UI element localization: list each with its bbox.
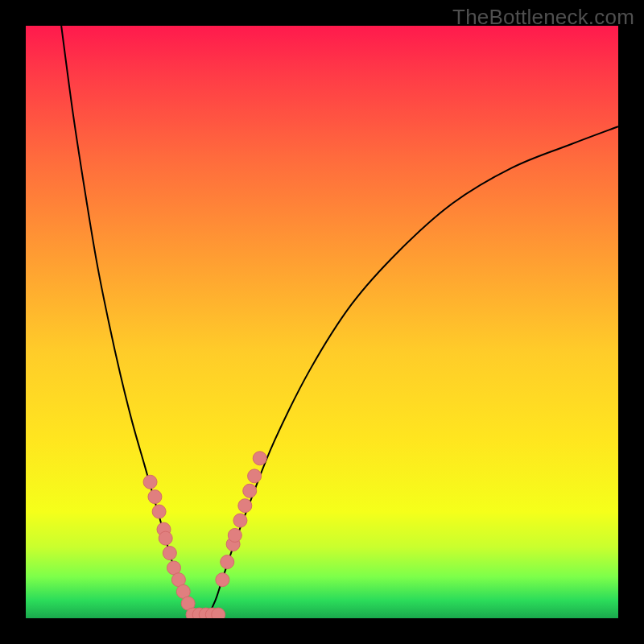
- chart-svg: [26, 26, 618, 618]
- curve-left: [61, 26, 204, 618]
- data-point: [253, 452, 266, 465]
- watermark-text: TheBottleneck.com: [452, 5, 634, 30]
- data-point: [152, 505, 166, 518]
- data-point: [163, 547, 176, 560]
- data-point: [238, 499, 252, 513]
- plot-area: [26, 26, 618, 618]
- dots-right: [216, 452, 266, 587]
- dots-bottom: [186, 608, 225, 618]
- curve-right: [204, 126, 618, 618]
- data-point: [221, 555, 234, 569]
- data-point: [159, 531, 172, 545]
- data-point: [228, 528, 242, 542]
- data-point: [216, 573, 229, 587]
- dots-left: [143, 475, 195, 610]
- data-point: [233, 514, 247, 527]
- chart-frame: TheBottleneck.com: [0, 0, 644, 644]
- data-point: [248, 469, 262, 483]
- data-point: [243, 484, 257, 497]
- data-point: [148, 490, 162, 504]
- data-point: [212, 608, 225, 618]
- data-point: [143, 475, 157, 489]
